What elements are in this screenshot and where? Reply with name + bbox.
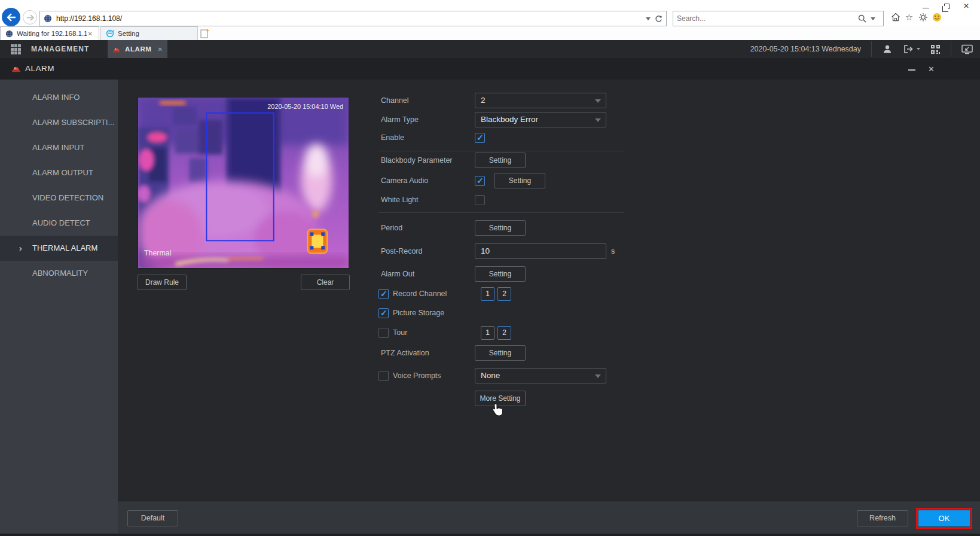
alarm-tab-label: ALARM (125, 45, 158, 53)
search-input[interactable] (677, 14, 858, 23)
management-grid-icon[interactable] (11, 44, 21, 54)
chevron-down-icon (595, 99, 601, 103)
sidebar-item-alarm-info[interactable]: ALARM INFO (0, 85, 118, 110)
thermal-image: 2020-05-20 15:04:10 Wed Thermal (138, 98, 349, 268)
blackbody-parameter-label: Blackbody Parameter (378, 156, 475, 165)
window-minimize-icon[interactable] (908, 69, 915, 71)
window-close-icon[interactable] (928, 65, 935, 74)
logout-icon[interactable] (903, 44, 920, 54)
search-icon[interactable] (858, 14, 866, 23)
voice-prompts-row: Voice Prompts None (378, 368, 660, 383)
sidebar-item-alarm-subscription[interactable]: ALARM SUBSCRIPTI... (0, 110, 118, 135)
back-arrow-icon (7, 13, 16, 22)
ok-button[interactable]: OK (918, 510, 970, 526)
tour-1-button[interactable]: 1 (481, 326, 494, 340)
sidebar-item-abnormality[interactable]: ABNORMALITY (0, 261, 118, 286)
picture-storage-checkbox[interactable] (378, 308, 389, 318)
display-monitor-icon[interactable] (961, 44, 973, 54)
tour-2-button[interactable]: 2 (497, 326, 511, 340)
alarm-app-tab[interactable]: ALARM (108, 40, 167, 58)
feedback-smiley-icon[interactable] (932, 12, 942, 22)
ok-button-highlight: OK (916, 508, 972, 529)
new-tab-button[interactable] (200, 28, 210, 38)
default-button[interactable]: Default (127, 510, 178, 526)
settings-gear-icon[interactable] (918, 12, 928, 22)
address-bar[interactable]: http://192.168.1.108/ (39, 11, 667, 26)
home-icon[interactable] (890, 12, 900, 22)
post-record-input[interactable]: 10 (475, 243, 606, 259)
forward-arrow-icon (26, 14, 34, 21)
refresh-button[interactable]: Refresh (857, 510, 908, 526)
browser-minimize-button[interactable] (915, 0, 936, 12)
picture-storage-label: Picture Storage (393, 309, 444, 317)
voice-prompts-checkbox[interactable] (378, 371, 389, 381)
appbar-right-group: 2020-05-20 15:04:13 Wednesday (750, 40, 973, 58)
main-content: 2020-05-20 15:04:10 Wed Thermal Draw Rul… (118, 80, 980, 536)
address-dropdown-caret[interactable] (646, 17, 651, 20)
sidebar-item-audio-detect[interactable]: AUDIO DETECT (0, 211, 118, 236)
tour-row: Tour 1 2 (378, 325, 660, 340)
ptz-activation-label: PTZ Activation (378, 349, 475, 357)
ptz-activation-setting-button[interactable]: Setting (475, 345, 526, 361)
alarm-type-row: Alarm Type Blackbody Error (378, 112, 660, 127)
qr-code-icon[interactable] (930, 44, 941, 54)
picture-storage-row: Picture Storage (378, 305, 660, 321)
chevron-down-icon (595, 118, 601, 122)
camera-audio-setting-button[interactable]: Setting (494, 173, 545, 188)
sidebar-item-video-detection[interactable]: VIDEO DETECTION (0, 185, 118, 211)
divider (871, 41, 872, 57)
browser-tab-setting[interactable]: Setting (100, 26, 198, 40)
voice-prompts-select[interactable]: None (475, 368, 606, 383)
sidebar-item-alarm-input[interactable]: ALARM INPUT (0, 135, 118, 160)
window-controls (908, 58, 935, 80)
window-bottom-edge (0, 534, 980, 536)
browser-restore-button[interactable] (936, 0, 956, 12)
management-menu[interactable]: MANAGEMENT (31, 40, 89, 58)
period-row: Period Setting (378, 220, 660, 236)
channel-row: Channel 2 (378, 93, 660, 108)
search-dropdown-caret[interactable] (871, 17, 875, 20)
clear-button[interactable]: Clear (301, 275, 350, 290)
record-channel-2-button[interactable]: 2 (497, 287, 511, 301)
app-top-bar: MANAGEMENT ALARM 2020-05-20 15:04:13 Wed… (0, 40, 980, 58)
browser-forward-button[interactable] (23, 10, 37, 25)
thermal-video-preview[interactable]: 2020-05-20 15:04:10 Wed Thermal (138, 97, 349, 269)
post-record-row: Post-Record 10 s (378, 243, 660, 259)
tab-close-icon[interactable] (87, 31, 94, 37)
tab-title: Setting (118, 30, 193, 37)
stream-label: Thermal (144, 249, 172, 257)
record-channel-1-button[interactable]: 1 (481, 287, 494, 301)
blackbody-parameter-setting-button[interactable]: Setting (475, 153, 526, 168)
white-light-checkbox[interactable] (475, 195, 485, 205)
camera-audio-checkbox[interactable] (475, 176, 485, 186)
alarm-out-label: Alarm Out (378, 270, 475, 278)
user-icon[interactable] (882, 44, 893, 54)
sidebar-item-thermal-alarm[interactable]: THERMAL ALARM (0, 236, 118, 261)
window-title: ALARM (25, 58, 54, 80)
period-setting-button[interactable]: Setting (475, 220, 526, 236)
tour-label: Tour (393, 328, 407, 337)
blackbody-parameter-row: Blackbody Parameter Setting (378, 153, 660, 168)
alarm-tab-close-icon[interactable] (158, 46, 163, 53)
sidebar-item-alarm-output[interactable]: ALARM OUTPUT (0, 160, 118, 185)
refresh-icon[interactable] (655, 15, 663, 23)
voice-prompts-label: Voice Prompts (393, 371, 441, 380)
enable-checkbox[interactable] (475, 133, 485, 143)
browser-tab-waiting[interactable]: Waiting for 192.168.1.108 (0, 26, 99, 40)
browser-close-button[interactable] (956, 0, 976, 12)
record-channel-checkbox[interactable] (378, 289, 389, 299)
tour-checkbox[interactable] (378, 328, 389, 338)
ptz-activation-row: PTZ Activation Setting (378, 345, 660, 361)
alarm-type-select[interactable]: Blackbody Error (475, 112, 606, 127)
divider (378, 212, 624, 213)
blackbody-marker (307, 229, 327, 253)
search-box[interactable] (673, 11, 884, 26)
favorites-star-icon[interactable]: ☆ (904, 12, 914, 22)
channel-select[interactable]: 2 (475, 93, 606, 108)
url-text[interactable]: http://192.168.1.108/ (56, 14, 642, 23)
alarm-out-setting-button[interactable]: Setting (475, 266, 526, 282)
draw-rule-button[interactable]: Draw Rule (138, 275, 187, 290)
chevron-down-icon (595, 374, 601, 378)
channel-value: 2 (475, 93, 606, 108)
browser-back-button[interactable] (2, 8, 20, 26)
